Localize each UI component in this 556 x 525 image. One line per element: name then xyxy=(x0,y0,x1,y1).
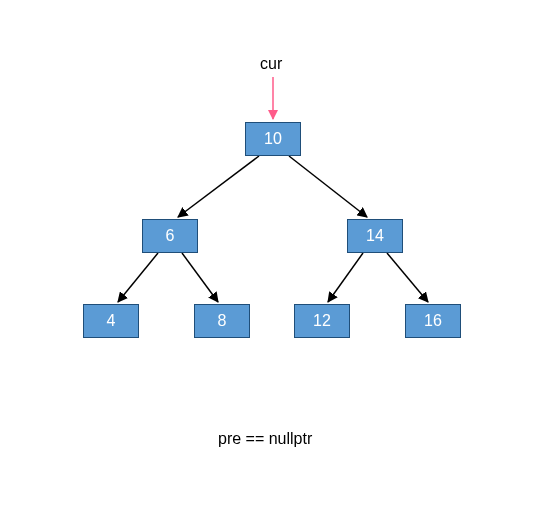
edge-10-14 xyxy=(289,156,367,217)
tree-node-r: 14 xyxy=(347,219,403,253)
edge-14-12 xyxy=(328,253,363,302)
tree-node-rr: 16 xyxy=(405,304,461,338)
edge-6-4 xyxy=(118,253,158,302)
tree-node-rl: 12 xyxy=(294,304,350,338)
pre-status-text: pre == nullptr xyxy=(218,430,312,448)
edge-6-8 xyxy=(182,253,218,302)
tree-node-root: 10 xyxy=(245,122,301,156)
tree-node-lr: 8 xyxy=(194,304,250,338)
edge-10-6 xyxy=(178,156,259,217)
edge-14-16 xyxy=(387,253,428,302)
tree-node-l: 6 xyxy=(142,219,198,253)
tree-node-ll: 4 xyxy=(83,304,139,338)
diagram-canvas: cur 10 6 14 4 8 12 16 pre == nullptr xyxy=(0,0,556,525)
